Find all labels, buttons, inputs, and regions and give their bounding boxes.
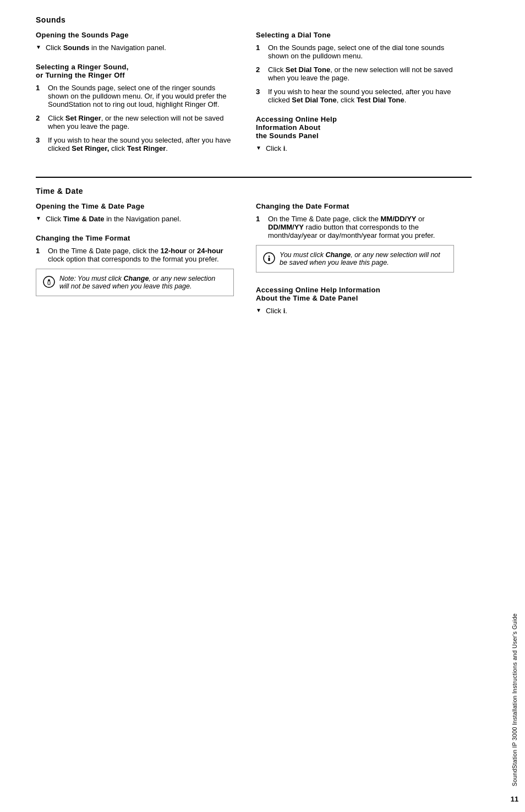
opening-timedate-text: Click Time & Date in the Navigation pane…: [46, 215, 181, 223]
page-number: 11: [511, 795, 518, 803]
ringer-item-2: 2 Click Set Ringer, or the new selection…: [36, 114, 234, 130]
dial-tone-item-3: 3 If you wish to hear the sound you sele…: [256, 88, 454, 104]
opening-sounds-text: Click Sounds in the Navigation panel.: [46, 43, 166, 52]
dial-tone-item-3-text: If you wish to hear the sound you select…: [268, 88, 454, 104]
ringer-item-3-text: If you wish to hear the sound you select…: [48, 136, 234, 152]
note-icon-2: [263, 252, 275, 264]
dial-tone-item-2: 2 Click Set Dial Tone, or the new select…: [256, 66, 454, 82]
timedate-online-help-text: Click i.: [266, 307, 287, 315]
opening-timedate-bullet: ▼ Click Time & Date in the Navigation pa…: [36, 215, 234, 223]
date-format-item-1-text: On the Time & Date page, click the MM/DD…: [268, 215, 454, 239]
date-format-title: Changing the Date Format: [256, 202, 454, 210]
section-divider: [36, 177, 472, 178]
date-format-list: 1 On the Time & Date page, click the MM/…: [256, 215, 454, 239]
time-date-title: Time & Date: [36, 187, 472, 195]
ringer-item-1: 1 On the Sounds page, select one of the …: [36, 84, 234, 108]
date-format-subsection: Changing the Date Format 1 On the Time &…: [256, 202, 454, 273]
ringer-item-2-text: Click Set Ringer, or the new selection w…: [48, 114, 234, 130]
svg-point-0: [43, 276, 54, 287]
dial-tone-item-1: 1 On the Sounds page, select one of the …: [256, 43, 454, 60]
sounds-title: Sounds: [36, 15, 472, 24]
time-format-note-text: Note: You must click Change, or any new …: [59, 275, 227, 290]
time-date-right-col: Changing the Date Format 1 On the Time &…: [256, 202, 454, 326]
sounds-left-col: Opening the Sounds Page ▼ Click Sounds i…: [36, 31, 234, 164]
sounds-online-help-bullet: ▼ Click i.: [256, 144, 454, 152]
ringer-item-3: 3 If you wish to hear the sound you sele…: [36, 136, 234, 152]
svg-rect-6: [269, 258, 270, 261]
opening-timedate-subsection: Opening the Time & Date Page ▼ Click Tim…: [36, 202, 234, 223]
dial-tone-title: Selecting a Dial Tone: [256, 31, 454, 39]
right-sidebar: SoundStation IP 3000 Installation Instru…: [504, 0, 525, 812]
time-format-item-1: 1 On the Time & Date page, click the 12-…: [36, 247, 234, 263]
bullet-triangle-icon-2: ▼: [256, 145, 261, 151]
sounds-section: Sounds Opening the Sounds Page ▼ Click S…: [36, 15, 472, 164]
dial-tone-subsection: Selecting a Dial Tone 1 On the Sounds pa…: [256, 31, 454, 104]
note-icon: [43, 276, 55, 288]
sounds-online-help-title: Accessing Online Help Information About …: [256, 115, 454, 140]
opening-timedate-title: Opening the Time & Date Page: [36, 202, 234, 210]
date-format-note-box: You must click Change, or any new select…: [256, 245, 454, 273]
svg-rect-2: [48, 281, 50, 285]
dial-tone-list: 1 On the Sounds page, select one of the …: [256, 43, 454, 104]
sidebar-text: SoundStation IP 3000 Installation Instru…: [511, 613, 518, 786]
date-format-item-1: 1 On the Time & Date page, click the MM/…: [256, 215, 454, 239]
ringer-sound-title: Selecting a Ringer Sound, or Turning the…: [36, 63, 234, 79]
bullet-triangle-icon: ▼: [36, 44, 41, 50]
opening-sounds-subsection: Opening the Sounds Page ▼ Click Sounds i…: [36, 31, 234, 52]
timedate-online-help-subsection: Accessing Online Help Information About …: [256, 286, 454, 315]
opening-sounds-title: Opening the Sounds Page: [36, 31, 234, 39]
ringer-item-1-text: On the Sounds page, select one of the ri…: [48, 84, 234, 108]
svg-point-5: [269, 255, 270, 257]
time-date-left-col: Opening the Time & Date Page ▼ Click Tim…: [36, 202, 234, 326]
bullet-triangle-icon-3: ▼: [36, 215, 41, 221]
opening-sounds-bullet: ▼ Click Sounds in the Navigation panel.: [36, 43, 234, 52]
date-format-note-text: You must click Change, or any new select…: [280, 251, 447, 266]
sounds-right-col: Selecting a Dial Tone 1 On the Sounds pa…: [256, 31, 454, 164]
svg-point-3: [48, 279, 50, 280]
timedate-online-help-bullet: ▼ Click i.: [256, 307, 454, 315]
bullet-triangle-icon-4: ▼: [256, 307, 261, 313]
ringer-sound-list: 1 On the Sounds page, select one of the …: [36, 84, 234, 152]
time-format-note-box: Note: You must click Change, or any new …: [36, 269, 234, 296]
time-format-subsection: Changing the Time Format 1 On the Time &…: [36, 234, 234, 296]
sounds-online-help-text: Click i.: [266, 144, 287, 152]
timedate-online-help-title: Accessing Online Help Information About …: [256, 286, 454, 302]
time-format-list: 1 On the Time & Date page, click the 12-…: [36, 247, 234, 263]
dial-tone-item-2-text: Click Set Dial Tone, or the new selectio…: [268, 66, 454, 82]
time-format-item-1-text: On the Time & Date page, click the 12-ho…: [48, 247, 234, 263]
time-format-title: Changing the Time Format: [36, 234, 234, 242]
dial-tone-item-1-text: On the Sounds page, select one of the di…: [268, 43, 454, 60]
ringer-sound-subsection: Selecting a Ringer Sound, or Turning the…: [36, 63, 234, 152]
time-date-section: Time & Date Opening the Time & Date Page…: [36, 187, 472, 326]
sounds-online-help-subsection: Accessing Online Help Information About …: [256, 115, 454, 152]
